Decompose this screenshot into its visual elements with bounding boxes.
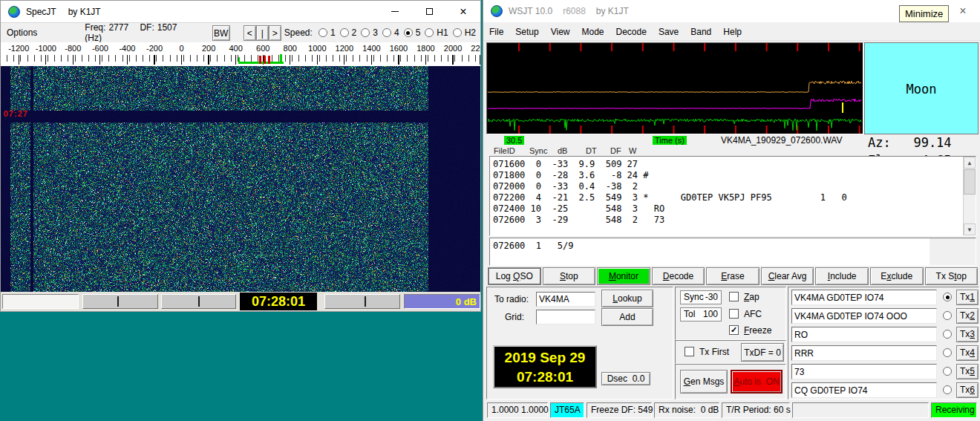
nav-right-button[interactable]: > (269, 25, 281, 41)
speed-radio-label: 2 (352, 27, 357, 38)
tx6-button[interactable]: Tx6 (956, 382, 979, 398)
tx3-button[interactable]: Tx3 (956, 327, 979, 342)
speed-radio-4[interactable] (382, 28, 391, 37)
brightness-slider[interactable] (82, 294, 158, 309)
dsec-indicator: Dsec 0.0 (601, 372, 650, 385)
clear-avg-button[interactable]: Clear Avg (761, 267, 814, 285)
speed-radio-label: 5 (416, 27, 421, 38)
minimize-button[interactable] (378, 1, 412, 23)
close-button[interactable]: × (946, 0, 980, 22)
stop-button[interactable]: Stop (543, 267, 596, 285)
tx4-button[interactable]: Tx4 (956, 345, 979, 361)
to-radio-label: To radio: (494, 294, 529, 304)
freeze-checkbox[interactable]: ✓ (729, 325, 739, 335)
tx1-radio[interactable] (943, 293, 952, 301)
scroll-down-icon[interactable]: ▼ (964, 223, 976, 235)
grid-input[interactable] (536, 310, 595, 324)
sync-threshold-box[interactable]: Sync -30 (680, 290, 722, 304)
tx6-message-input[interactable] (791, 382, 937, 398)
average-text-area[interactable]: 072600 1 5/9 (489, 238, 976, 266)
decode-col-db: dB (558, 146, 567, 155)
spectrum-graph-display[interactable] (487, 43, 863, 134)
txdf-button[interactable]: TxDF = 0 (741, 343, 784, 362)
menu-save[interactable]: Save (653, 24, 685, 40)
waterfall-display[interactable] (1, 66, 480, 292)
menu-options[interactable]: Options (1, 25, 43, 41)
gain-slider[interactable] (324, 294, 400, 309)
tx5-message-input[interactable] (791, 364, 937, 379)
speed-radio-H2[interactable] (453, 28, 462, 37)
tx3-radio[interactable] (943, 330, 952, 339)
speed-radio-5[interactable] (404, 28, 413, 37)
to-radio-input[interactable] (536, 292, 595, 307)
close-button[interactable]: × (446, 1, 480, 23)
slider-thumb[interactable] (365, 296, 366, 307)
tx2-radio[interactable] (943, 311, 952, 320)
afc-checkbox[interactable] (729, 309, 739, 319)
tx2-button[interactable]: Tx2 (956, 308, 979, 324)
scroll-up-icon[interactable]: ▲ (964, 157, 976, 169)
nav-left-button[interactable]: < (244, 25, 256, 41)
waterfall-panel: 07:27 (1, 66, 480, 292)
tx1-message-input[interactable] (791, 290, 937, 305)
menu-help[interactable]: Help (717, 24, 748, 40)
time-display: 07:28:01 (494, 368, 595, 387)
speed-radio-label: 4 (394, 27, 399, 38)
decode-text-area[interactable]: 071600 0 -33 9.9 509 27 071800 0 -28 3.6… (489, 156, 976, 236)
slider-thumb[interactable] (198, 296, 200, 307)
maximize-button[interactable] (412, 1, 446, 23)
decode-button[interactable]: Decode (652, 267, 705, 285)
app-globe-icon (491, 5, 503, 17)
speed-radio-group: 12345H1H2 (318, 27, 480, 38)
slider-thumb[interactable] (117, 296, 119, 307)
contrast-slider[interactable] (161, 294, 236, 309)
maximize-icon (426, 8, 433, 15)
tx4-message-input[interactable] (791, 345, 937, 361)
speed-radio-H1[interactable] (425, 28, 434, 37)
freq-value: 2777 (108, 22, 128, 33)
include-button[interactable]: Include (815, 267, 869, 285)
zap-checkbox[interactable] (729, 292, 739, 301)
tx-first-checkbox[interactable] (685, 347, 694, 356)
decode-col-sync: Sync (529, 146, 547, 155)
exclude-button[interactable]: Exclude (870, 267, 924, 285)
tx5-radio[interactable] (943, 367, 952, 376)
speed-radio-label: H2 (465, 27, 476, 38)
speed-radio-3[interactable] (361, 28, 370, 37)
tx6-radio[interactable] (943, 385, 952, 394)
bw-button[interactable]: BW (212, 25, 230, 41)
tx1-button[interactable]: Tx1 (956, 290, 979, 305)
erase-button[interactable]: Erase (706, 267, 760, 285)
wsjt-revision: r6088 (563, 6, 586, 16)
status-rx: Rx noise: 0 dB (654, 402, 719, 418)
menu-view[interactable]: View (545, 24, 576, 40)
add-button[interactable]: Add (601, 308, 653, 326)
lookup-button[interactable]: Lookup (601, 290, 653, 307)
speed-radio-1[interactable] (318, 28, 327, 37)
scroll-thumb[interactable] (964, 169, 976, 195)
menu-band[interactable]: Band (685, 24, 717, 40)
tolerance-box[interactable]: Tol 100 (680, 307, 722, 322)
monitor-button[interactable]: Monitor (597, 267, 650, 285)
tx3-message-input[interactable] (791, 327, 937, 342)
decode-scrollbar[interactable]: ▲ ▼ (963, 157, 976, 235)
tx-stop-button[interactable]: Tx Stop (925, 267, 979, 285)
log-qso-button[interactable]: Log QSO (488, 267, 541, 285)
tx5-button[interactable]: Tx5 (956, 364, 979, 379)
nav-center-button[interactable]: | (256, 25, 269, 41)
menu-mode[interactable]: Mode (576, 24, 610, 40)
scale-tick-label: 1800 (412, 42, 440, 53)
speed-radio-2[interactable] (340, 28, 349, 37)
gen-msgs-button[interactable]: Gen Msgs (680, 370, 728, 394)
menu-setup[interactable]: Setup (509, 24, 544, 40)
tx2-message-input[interactable] (791, 308, 937, 324)
scale-tick-label: 2200 (466, 42, 480, 53)
menu-decode[interactable]: Decode (610, 24, 653, 40)
speed-radio-label: 1 (330, 27, 336, 38)
menu-file[interactable]: File (483, 24, 509, 40)
db-level-meter: 0 dB (404, 294, 480, 309)
tx4-radio[interactable] (943, 348, 952, 357)
tol-value: 100 (703, 309, 718, 320)
auto-on-button[interactable]: Auto is ON (731, 370, 783, 394)
scale-tick-label: 1200 (331, 42, 359, 53)
